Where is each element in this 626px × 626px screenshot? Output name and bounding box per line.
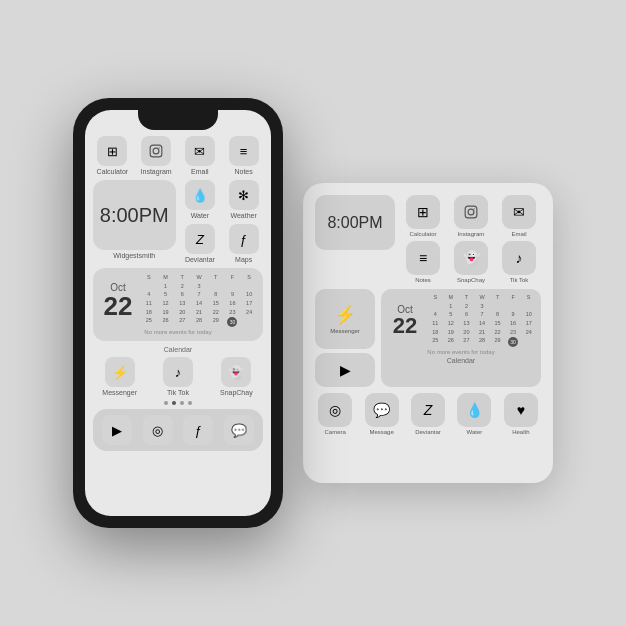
ipad-messenger-widget[interactable]: ⚡ Messenger bbox=[315, 289, 375, 349]
ipad-app-health[interactable]: ♥ Health bbox=[501, 393, 541, 435]
calendar-widget: Oct 22 S M T W T F S 1 bbox=[93, 268, 263, 341]
ipad-calculator-icon: ⊞ bbox=[406, 195, 440, 229]
dock-youtube[interactable]: ▶ bbox=[99, 415, 136, 445]
app-row-3: ⚡ Messenger ♪ Tik Tok 👻 SnapChay bbox=[93, 357, 263, 396]
maps-icon: ƒ bbox=[229, 224, 259, 254]
ipad-app-camera[interactable]: ◎ Camera bbox=[315, 393, 355, 435]
ipad-tiktok-label: Tik Tok bbox=[510, 277, 529, 283]
ipad-health-icon: ♥ bbox=[504, 393, 538, 427]
ipad-deviantar-icon: Z bbox=[411, 393, 445, 427]
ipad-calendar-label: Calendar bbox=[386, 357, 536, 364]
deviantar-icon: Z bbox=[185, 224, 215, 254]
today-cell: 30 bbox=[227, 317, 237, 327]
app-instagram-label: Instagram bbox=[141, 168, 172, 175]
app-notes[interactable]: ≡ Notes bbox=[224, 136, 263, 175]
svg-point-1 bbox=[153, 148, 159, 154]
calculator-icon: ⊞ bbox=[97, 136, 127, 166]
app-email[interactable]: ✉ Email bbox=[181, 136, 220, 175]
dot-4 bbox=[188, 401, 192, 405]
dock-facebook[interactable]: ƒ bbox=[180, 415, 217, 445]
dock-message[interactable]: 💬 bbox=[221, 415, 258, 445]
app-notes-label: Notes bbox=[234, 168, 252, 175]
ipad-notes-label: Notes bbox=[415, 277, 431, 283]
ipad-snapchat-icon: 👻 bbox=[454, 241, 488, 275]
ipad-instagram-icon bbox=[454, 195, 488, 229]
app-email-label: Email bbox=[191, 168, 209, 175]
ipad-tiktok-icon: ♪ bbox=[502, 241, 536, 275]
app-calculator-label: Calculator bbox=[97, 168, 129, 175]
app-maps-label: Maps bbox=[235, 256, 252, 263]
scene: ⊞ Calculator Instagram ✉ Email ≡ Notes bbox=[73, 98, 553, 528]
snapchat-icon: 👻 bbox=[221, 357, 251, 387]
ipad-app-message[interactable]: 💬 Message bbox=[361, 393, 401, 435]
ipad-app-tiktok[interactable]: ♪ Tik Tok bbox=[497, 241, 541, 283]
dot-1 bbox=[164, 401, 168, 405]
ipad-email-icon: ✉ bbox=[502, 195, 536, 229]
ipad-water-icon: 💧 bbox=[457, 393, 491, 427]
ipad-app-notes[interactable]: ≡ Notes bbox=[401, 241, 445, 283]
phone-screen: ⊞ Calculator Instagram ✉ Email ≡ Notes bbox=[85, 110, 271, 516]
svg-rect-3 bbox=[465, 206, 477, 218]
app-messenger[interactable]: ⚡ Messenger bbox=[93, 357, 146, 396]
dock: ▶ ◎ ƒ 💬 bbox=[93, 409, 263, 451]
app-snapchat-label: SnapChay bbox=[220, 389, 253, 396]
app-deviantar[interactable]: Z Deviantar bbox=[181, 224, 220, 263]
ipad-time-display: 8:00PM bbox=[327, 214, 382, 232]
svg-point-4 bbox=[468, 209, 474, 215]
messenger-icon: ⚡ bbox=[105, 357, 135, 387]
dock-camera[interactable]: ◎ bbox=[140, 415, 177, 445]
app-calculator[interactable]: ⊞ Calculator bbox=[93, 136, 132, 175]
ipad-app-snapchat[interactable]: 👻 SnapChay bbox=[449, 241, 493, 283]
app-water[interactable]: 💧 Water bbox=[181, 180, 220, 219]
facebook-icon: ƒ bbox=[183, 415, 213, 445]
dot-3 bbox=[180, 401, 184, 405]
ipad-notes-icon: ≡ bbox=[406, 241, 440, 275]
app-maps[interactable]: ƒ Maps bbox=[224, 224, 263, 263]
water-icon: 💧 bbox=[185, 180, 215, 210]
ipad-app-calculator[interactable]: ⊞ Calculator bbox=[401, 195, 445, 237]
cal-grid: S M T W T F S 1 2 3 bbox=[141, 274, 257, 327]
app-weather[interactable]: ✻ Weather bbox=[224, 180, 263, 219]
app-deviantar-label: Deviantar bbox=[185, 256, 215, 263]
ipad-time-widget: 8:00PM bbox=[315, 195, 395, 250]
ipad-instagram-label: Instagram bbox=[458, 231, 485, 237]
ipad-camera-icon: ◎ bbox=[318, 393, 352, 427]
ipad-app-deviantar[interactable]: Z Deviantar bbox=[408, 393, 448, 435]
time-display: 8:00PM bbox=[100, 204, 169, 227]
page-dots bbox=[93, 401, 263, 405]
time-widget: 8:00PM bbox=[93, 180, 176, 250]
app-messenger-label: Messenger bbox=[102, 389, 137, 396]
tiktok-icon: ♪ bbox=[163, 357, 193, 387]
youtube-icon: ▶ bbox=[102, 415, 132, 445]
message-icon: 💬 bbox=[224, 415, 254, 445]
ipad-cal-grid: S M T W T F S 1 2 3 bbox=[428, 294, 536, 347]
app-snapchat[interactable]: 👻 SnapChay bbox=[210, 357, 263, 396]
instagram-icon bbox=[141, 136, 171, 166]
email-icon: ✉ bbox=[185, 136, 215, 166]
phone-notch bbox=[138, 110, 218, 130]
ipad-app-email[interactable]: ✉ Email bbox=[497, 195, 541, 237]
app-row-1: ⊞ Calculator Instagram ✉ Email ≡ Notes bbox=[93, 136, 263, 175]
ipad-youtube-widget[interactable]: ▶ bbox=[315, 353, 375, 387]
ipad-health-label: Health bbox=[512, 429, 529, 435]
notes-icon: ≡ bbox=[229, 136, 259, 166]
ipad-app-water[interactable]: 💧 Water bbox=[454, 393, 494, 435]
app-water-label: Water bbox=[191, 212, 209, 219]
ipad-camera-label: Camera bbox=[325, 429, 346, 435]
cal-day: 22 bbox=[104, 293, 133, 319]
ipad-snapchat-label: SnapChay bbox=[457, 277, 485, 283]
dot-2 bbox=[172, 401, 176, 405]
svg-point-5 bbox=[474, 208, 475, 209]
ipad-app-instagram[interactable]: Instagram bbox=[449, 195, 493, 237]
app-tiktok[interactable]: ♪ Tik Tok bbox=[151, 357, 204, 396]
app-instagram[interactable]: Instagram bbox=[137, 136, 176, 175]
ipad-calculator-label: Calculator bbox=[409, 231, 436, 237]
ipad-no-events: No more events for today bbox=[386, 349, 536, 355]
ipad-messenger-label: Messenger bbox=[330, 328, 360, 334]
phone: ⊞ Calculator Instagram ✉ Email ≡ Notes bbox=[73, 98, 283, 528]
ipad-today-cell: 30 bbox=[508, 337, 518, 347]
ipad-bottom-row: ◎ Camera 💬 Message Z Deviantar 💧 Water ♥… bbox=[315, 393, 541, 435]
no-events-label: No more events for today bbox=[99, 329, 257, 335]
svg-point-2 bbox=[159, 147, 160, 148]
app-tiktok-label: Tik Tok bbox=[167, 389, 189, 396]
